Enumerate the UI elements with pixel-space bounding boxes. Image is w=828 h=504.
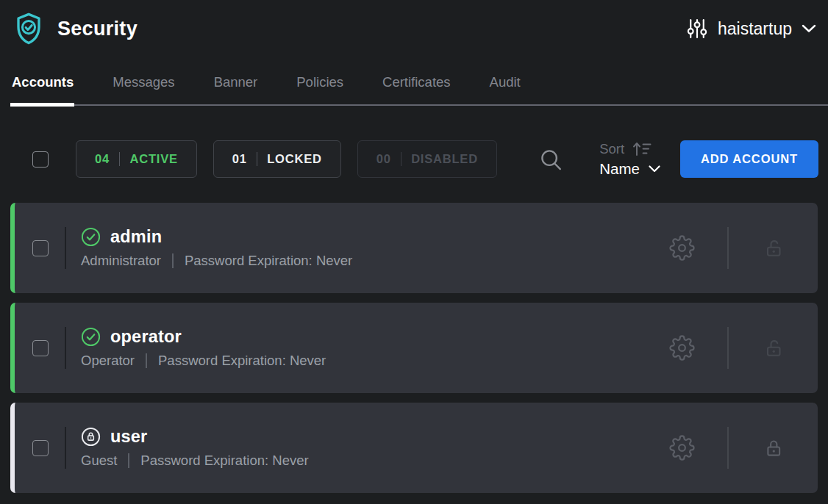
gear-icon[interactable]: [669, 335, 695, 361]
actions-divider: [727, 227, 729, 269]
tab-accounts[interactable]: Accounts: [12, 74, 74, 104]
sort-value: Name: [599, 160, 640, 178]
tab-policies[interactable]: Policies: [296, 74, 343, 104]
password-expiration: Password Expiration: Never: [185, 253, 352, 269]
sort-control[interactable]: Sort Name: [599, 141, 660, 178]
tab-bar: Accounts Messages Banner Policies Certif…: [10, 74, 828, 106]
chip-divider: [401, 152, 402, 166]
check-circle-icon: [81, 227, 101, 247]
row-divider: [65, 427, 66, 469]
lock-closed-icon[interactable]: [763, 437, 785, 459]
password-expiration: Password Expiration: Never: [140, 453, 308, 469]
row-divider: [65, 227, 66, 269]
gear-icon[interactable]: [669, 435, 695, 461]
subtitle-divider: [172, 253, 174, 268]
filter-chips: 04 ACTIVE 01 LOCKED 00 DISABLED: [76, 140, 513, 178]
add-account-button[interactable]: ADD ACCOUNT: [680, 140, 818, 178]
page-title: Security: [57, 18, 138, 40]
sort-label: Sort: [599, 141, 624, 157]
chevron-down-icon: [649, 165, 660, 173]
tab-messages[interactable]: Messages: [113, 74, 174, 104]
account-name: user: [110, 427, 147, 447]
filter-chip-locked[interactable]: 01 LOCKED: [213, 140, 341, 178]
lock-open-icon[interactable]: [763, 237, 785, 259]
filter-chip-disabled[interactable]: 00 DISABLED: [357, 140, 497, 178]
tab-certificates[interactable]: Certificates: [382, 74, 451, 104]
account-row-admin[interactable]: admin Administrator Password Expiration:…: [10, 203, 818, 293]
tab-banner[interactable]: Banner: [214, 74, 258, 104]
sliders-icon: [686, 18, 708, 40]
tab-audit[interactable]: Audit: [490, 74, 521, 104]
security-app: Security haistartup Accounts: [0, 0, 828, 504]
lock-open-icon[interactable]: [763, 337, 785, 359]
gear-icon[interactable]: [669, 235, 695, 261]
check-circle-icon: [81, 327, 101, 347]
chip-divider: [257, 152, 258, 166]
filter-chip-active[interactable]: 04 ACTIVE: [76, 140, 197, 178]
actions-divider: [727, 427, 729, 469]
lock-circle-icon: [81, 427, 101, 447]
shield-check-icon: [13, 11, 44, 46]
row-checkbox[interactable]: [32, 340, 49, 356]
account-role: Administrator: [81, 253, 161, 269]
account-menu[interactable]: haistartup: [686, 18, 816, 40]
password-expiration: Password Expiration: Never: [158, 353, 326, 369]
select-all-checkbox[interactable]: [32, 151, 49, 168]
account-row-user[interactable]: user Guest Password Expiration: Never: [10, 403, 818, 493]
row-divider: [65, 327, 66, 369]
app-header: Security haistartup: [13, 10, 816, 47]
row-checkbox[interactable]: [32, 440, 49, 456]
chevron-down-icon: [802, 24, 816, 33]
account-list: admin Administrator Password Expiration:…: [10, 203, 818, 493]
row-checkbox[interactable]: [32, 240, 49, 256]
subtitle-divider: [128, 453, 129, 468]
account-name: admin: [110, 227, 162, 247]
account-name: operator: [110, 327, 182, 347]
chip-divider: [119, 152, 121, 166]
actions-divider: [727, 327, 729, 369]
toolbar: 04 ACTIVE 01 LOCKED 00 DISABLED Sort: [10, 140, 818, 178]
sort-ascending-icon: [632, 141, 652, 157]
search-icon[interactable]: [539, 148, 563, 171]
account-role: Guest: [81, 453, 117, 469]
subtitle-divider: [146, 353, 147, 368]
account-role: Operator: [81, 353, 135, 369]
account-row-operator[interactable]: operator Operator Password Expiration: N…: [10, 303, 818, 393]
account-menu-label: haistartup: [718, 19, 792, 39]
